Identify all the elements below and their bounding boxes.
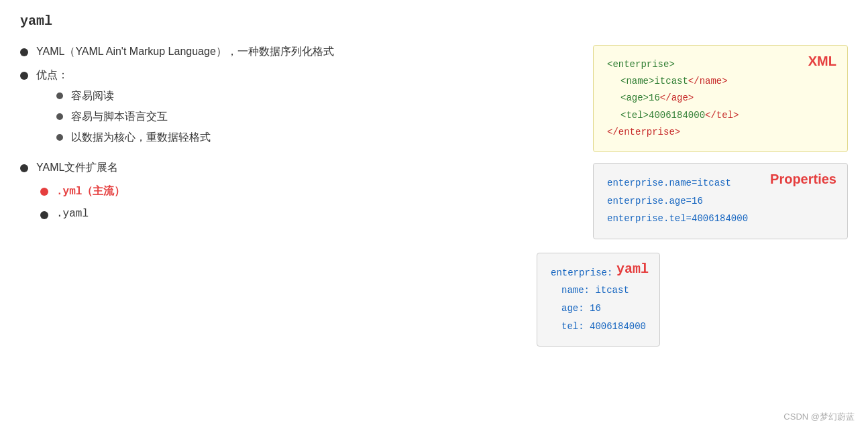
sub-dot-2 <box>56 113 63 120</box>
sub-item-2: 容易与脚本语言交互 <box>56 110 211 124</box>
xml-line-2: <name>itcast</name> <box>607 73 834 90</box>
yaml-line-3: age: 16 <box>551 300 646 318</box>
list-item-4: .yml（主流） <box>20 184 573 198</box>
xml-label: XML <box>808 54 836 69</box>
sub-dot-1 <box>56 93 63 99</box>
list-item-5-text: .yaml <box>56 208 89 220</box>
list-item-3-text: YAML文件扩展名 <box>36 161 118 175</box>
main-layout: YAML（YAML Ain't Markup Language），一种数据序列化… <box>20 45 848 239</box>
properties-label: Properties <box>770 172 836 187</box>
sub-item-3: 以数据为核心，重数据轻格式 <box>56 131 211 145</box>
sub-item-1-text: 容易阅读 <box>71 89 114 103</box>
list-item-1: YAML（YAML Ain't Markup Language），一种数据序列化… <box>20 45 573 59</box>
list-item-2: 优点： 容易阅读 容易与脚本语言交互 以数据为核心，重数据轻格式 <box>20 68 573 151</box>
list-item-5: .yaml <box>20 208 573 220</box>
sub-list: 容易阅读 容易与脚本语言交互 以数据为核心，重数据轻格式 <box>36 89 211 145</box>
left-content: YAML（YAML Ain't Markup Language），一种数据序列化… <box>20 45 573 229</box>
sub-item-3-text: 以数据为核心，重数据轻格式 <box>71 131 211 145</box>
bullet-dot-1 <box>20 48 28 56</box>
list-item-2-content: 优点： 容易阅读 容易与脚本语言交互 以数据为核心，重数据轻格式 <box>36 68 211 151</box>
yaml-line-2: name: itcast <box>551 282 646 300</box>
main-bullet-list: YAML（YAML Ain't Markup Language），一种数据序列化… <box>20 45 573 220</box>
bullet-dot-4-red <box>40 188 48 196</box>
yaml-label: yaml <box>616 261 649 277</box>
xml-line-1: <enterprise> <box>607 56 834 73</box>
xml-box: XML <enterprise> <name>itcast</name> <ag… <box>593 45 848 152</box>
yaml-box: yaml enterprise: name: itcast age: 16 te… <box>537 253 660 347</box>
properties-box: Properties enterprise.name=itcast enterp… <box>593 163 848 239</box>
xml-line-3: <age>16</age> <box>607 90 834 107</box>
page-title: yaml <box>20 13 848 29</box>
xml-line-4: <tel>4006184000</tel> <box>607 107 834 124</box>
bullet-dot-3 <box>20 164 28 172</box>
list-item-1-text: YAML（YAML Ain't Markup Language），一种数据序列化… <box>36 45 334 59</box>
right-content: XML <enterprise> <name>itcast</name> <ag… <box>593 45 848 239</box>
xml-code-block: <enterprise> <name>itcast</name> <age>16… <box>607 56 834 141</box>
yaml-line-4: tel: 4006184000 <box>551 318 646 336</box>
list-item-3: YAML文件扩展名 <box>20 161 573 175</box>
list-item-2-label: 优点： <box>36 69 68 80</box>
sub-item-2-text: 容易与脚本语言交互 <box>71 110 168 124</box>
xml-line-5: </enterprise> <box>607 124 834 141</box>
bullet-dot-5 <box>40 211 48 219</box>
watermark: CSDN @梦幻蔚蓝 <box>783 411 855 423</box>
sub-dot-3 <box>56 134 63 141</box>
list-item-4-text: .yml（主流） <box>56 184 125 198</box>
props-line-2: enterprise.age=16 <box>607 192 834 210</box>
props-line-3: enterprise.tel=4006184000 <box>607 210 834 228</box>
bullet-dot-2 <box>20 72 28 80</box>
sub-item-1: 容易阅读 <box>56 89 211 103</box>
